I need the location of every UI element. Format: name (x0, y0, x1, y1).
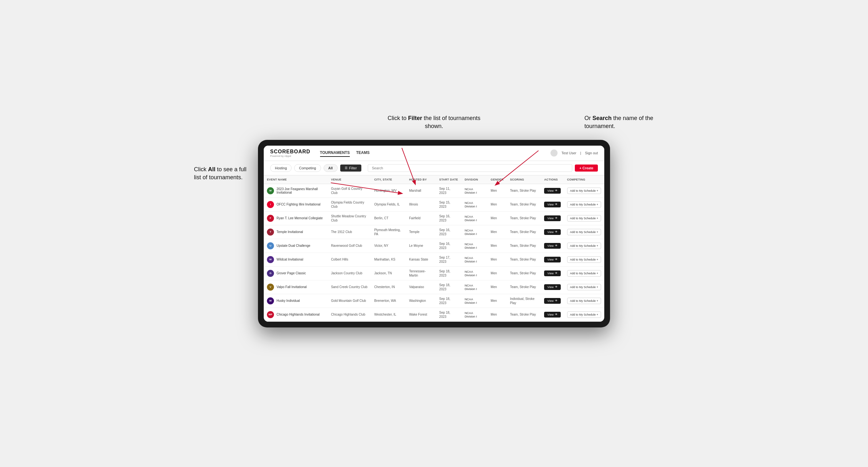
cell-date-8: Sep 18, 2023 (436, 294, 461, 308)
create-button[interactable]: + Create (575, 164, 598, 172)
table-row: V Valpo Fall Invitational Sand Creek Cou… (264, 280, 604, 294)
col-city-state: CITY, STATE (371, 176, 406, 184)
filter-button[interactable]: ☰ Filter (340, 164, 361, 172)
cell-gender-6: Men (488, 266, 507, 280)
add-schedule-button-0[interactable]: Add to My Schedule + (567, 188, 601, 194)
view-button-2[interactable]: View 👁 (544, 215, 560, 221)
cell-actions-6: View 👁 (541, 266, 564, 280)
view-button-7[interactable]: View 👁 (544, 284, 560, 290)
view-button-5[interactable]: View 👁 (544, 257, 560, 262)
add-schedule-button-4[interactable]: Add to My Schedule + (567, 243, 601, 249)
view-button-9[interactable]: View 👁 (544, 312, 560, 317)
search-input[interactable] (368, 164, 572, 172)
cell-division-5: NCAA Division I (462, 253, 488, 266)
cell-venue-3: The 1912 Club (328, 225, 371, 239)
table-row: W Husky Individual Gold Mountain Golf Cl… (264, 294, 604, 308)
event-name-5: Wildcat Invitational (277, 258, 303, 261)
event-name-9: Chicago Highlands Invitational (277, 313, 320, 316)
cell-competing-8: Add to My Schedule + (564, 294, 604, 308)
cell-venue-6: Jackson Country Club (328, 266, 371, 280)
event-name-3: Temple Invitational (277, 230, 303, 234)
cell-hosted-9: Wake Forest (406, 308, 436, 321)
cell-actions-1: View 👁 (541, 197, 564, 211)
cell-venue-4: Ravenwood Golf Club (328, 239, 371, 253)
cell-event-name-3: T Temple Invitational (264, 225, 328, 239)
col-scoring: SCORING (507, 176, 541, 184)
cell-city-3: Plymouth Meeting, PA (371, 225, 406, 239)
add-schedule-button-7[interactable]: Add to My Schedule + (567, 284, 601, 290)
team-logo-9: WF (267, 311, 274, 318)
cell-hosted-8: Washington (406, 294, 436, 308)
cell-venue-8: Gold Mountain Golf Club (328, 294, 371, 308)
table-row: W Wildcat Invitational Colbert Hills Man… (264, 253, 604, 266)
view-button-1[interactable]: View 👁 (544, 201, 560, 208)
cell-division-0: NCAA Division I (462, 184, 488, 197)
cell-event-name-0: M 2023 Joe Feaganes Marshall Invitationa… (264, 184, 328, 197)
add-schedule-button-8[interactable]: Add to My Schedule + (567, 298, 601, 304)
eye-icon-4: 👁 (555, 244, 558, 247)
cell-city-2: Berlin, CT (371, 211, 406, 225)
cell-venue-9: Chicago Highlands Club (328, 308, 371, 321)
cell-city-1: Olympia Fields, IL (371, 197, 406, 211)
event-name-6: Grover Page Classic (277, 272, 306, 275)
cell-city-4: Victor, NY (371, 239, 406, 253)
add-schedule-button-9[interactable]: Add to My Schedule + (567, 311, 601, 318)
cell-hosted-5: Kansas State (406, 253, 436, 266)
page-wrapper: Click All to see a full list of tourname… (258, 140, 610, 328)
add-schedule-button-2[interactable]: Add to My Schedule + (567, 215, 601, 221)
team-logo-8: W (267, 298, 274, 304)
view-button-8[interactable]: View 👁 (544, 298, 560, 304)
table-row: I OFCC Fighting Illini Invitational Olym… (264, 197, 604, 211)
table-row: M 2023 Joe Feaganes Marshall Invitationa… (264, 184, 604, 197)
cell-actions-9: View 👁 (541, 308, 564, 321)
cell-hosted-7: Valparaiso (406, 280, 436, 294)
view-button-3[interactable]: View 👁 (544, 229, 560, 235)
eye-icon-2: 👁 (555, 217, 558, 220)
view-button-6[interactable]: View 👁 (544, 271, 560, 276)
separator: | (580, 151, 581, 155)
cell-competing-7: Add to My Schedule + (564, 280, 604, 294)
tab-competing[interactable]: Competing (294, 164, 321, 172)
cell-competing-1: Add to My Schedule + (564, 197, 604, 211)
eye-icon-7: 👁 (555, 285, 558, 288)
table-row: G Grover Page Classic Jackson Country Cl… (264, 266, 604, 280)
table-row: U Upstate Dual Challenge Ravenwood Golf … (264, 239, 604, 253)
nav-tab-teams[interactable]: TEAMS (356, 149, 370, 157)
cell-scoring-0: Team, Stroke Play (507, 184, 541, 197)
add-schedule-button-5[interactable]: Add to My Schedule + (567, 256, 601, 263)
add-schedule-button-6[interactable]: Add to My Schedule + (567, 270, 601, 277)
view-button-0[interactable]: View 👁 (544, 188, 560, 194)
cell-competing-6: Add to My Schedule + (564, 266, 604, 280)
user-label: Test User (561, 151, 576, 155)
col-start-date: START DATE (436, 176, 461, 184)
cell-date-2: Sep 16, 2023 (436, 211, 461, 225)
event-name-7: Valpo Fall Invitational (277, 285, 307, 289)
nav-tab-tournaments[interactable]: TOURNAMENTS (320, 149, 350, 157)
signout-link[interactable]: Sign out (585, 151, 598, 155)
tab-hosting[interactable]: Hosting (270, 164, 291, 172)
event-name-4: Upstate Dual Challenge (277, 244, 310, 247)
view-button-4[interactable]: View 👁 (544, 243, 560, 249)
cell-scoring-2: Team, Stroke Play (507, 211, 541, 225)
cell-gender-3: Men (488, 225, 507, 239)
team-logo-5: W (267, 256, 274, 263)
annotation-left: Click All to see a full list of tourname… (194, 165, 255, 182)
add-schedule-button-3[interactable]: Add to My Schedule + (567, 229, 601, 235)
cell-division-8: NCAA Division I (462, 294, 488, 308)
col-actions: ACTIONS (541, 176, 564, 184)
team-logo-7: V (267, 284, 274, 291)
cell-competing-3: Add to My Schedule + (564, 225, 604, 239)
cell-date-4: Sep 16, 2023 (436, 239, 461, 253)
col-event-name: EVENT NAME (264, 176, 328, 184)
cell-gender-2: Men (488, 211, 507, 225)
cell-scoring-1: Team, Stroke Play (507, 197, 541, 211)
add-schedule-button-1[interactable]: Add to My Schedule + (567, 201, 601, 208)
col-competing: COMPETING (564, 176, 604, 184)
avatar (551, 150, 558, 157)
cell-division-6: NCAA Division I (462, 266, 488, 280)
eye-icon-8: 👁 (555, 299, 558, 302)
cell-scoring-5: Team, Stroke Play (507, 253, 541, 266)
tab-all[interactable]: All (323, 164, 338, 172)
event-name-2: Ryan T. Lee Memorial Collegiate (277, 216, 322, 220)
filter-label: Filter (349, 166, 357, 170)
